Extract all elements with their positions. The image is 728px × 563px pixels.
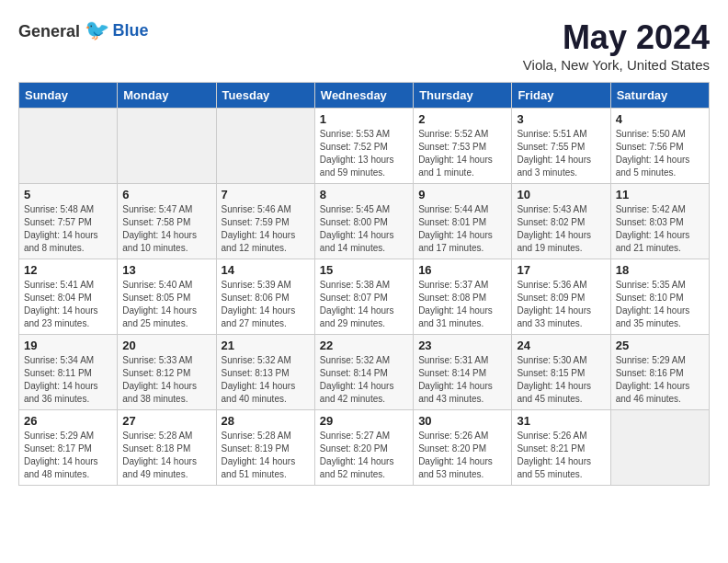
- day-info: Sunrise: 5:26 AM Sunset: 8:21 PM Dayligh…: [517, 430, 605, 481]
- day-number: 10: [517, 188, 605, 201]
- day-number: 9: [418, 188, 506, 201]
- day-number: 17: [517, 263, 605, 277]
- day-info: Sunrise: 5:47 AM Sunset: 7:58 PM Dayligh…: [122, 203, 210, 255]
- calendar-cell: 16Sunrise: 5:37 AM Sunset: 8:08 PM Dayli…: [414, 259, 512, 335]
- day-number: 31: [517, 414, 605, 428]
- calendar-cell: 18Sunrise: 5:35 AM Sunset: 8:10 PM Dayli…: [610, 259, 709, 335]
- day-number: 30: [418, 414, 506, 428]
- day-number: 16: [418, 263, 506, 277]
- calendar-cell: 23Sunrise: 5:31 AM Sunset: 8:14 PM Dayli…: [414, 335, 512, 410]
- calendar-cell: [19, 109, 118, 184]
- day-number: 18: [616, 263, 704, 277]
- day-info: Sunrise: 5:38 AM Sunset: 8:07 PM Dayligh…: [320, 279, 408, 330]
- calendar-cell: 2Sunrise: 5:52 AM Sunset: 7:53 PM Daylig…: [414, 109, 512, 184]
- day-number: 24: [517, 339, 605, 352]
- calendar-cell: 22Sunrise: 5:32 AM Sunset: 8:14 PM Dayli…: [314, 335, 413, 410]
- day-number: 11: [616, 188, 704, 201]
- calendar-cell: 8Sunrise: 5:45 AM Sunset: 8:00 PM Daylig…: [314, 184, 413, 259]
- day-number: 4: [616, 112, 704, 126]
- day-info: Sunrise: 5:35 AM Sunset: 8:10 PM Dayligh…: [616, 279, 704, 330]
- day-info: Sunrise: 5:36 AM Sunset: 8:09 PM Dayligh…: [517, 279, 605, 330]
- calendar-cell: 4Sunrise: 5:50 AM Sunset: 7:56 PM Daylig…: [610, 109, 709, 184]
- day-number: 7: [222, 188, 310, 201]
- calendar-cell: [216, 109, 314, 184]
- calendar-cell: 3Sunrise: 5:51 AM Sunset: 7:55 PM Daylig…: [512, 109, 610, 184]
- day-info: Sunrise: 5:48 AM Sunset: 7:57 PM Dayligh…: [24, 203, 112, 255]
- day-number: 27: [122, 414, 210, 428]
- week-row-4: 19Sunrise: 5:34 AM Sunset: 8:11 PM Dayli…: [19, 335, 710, 410]
- day-info: Sunrise: 5:41 AM Sunset: 8:04 PM Dayligh…: [24, 279, 112, 330]
- calendar-cell: 9Sunrise: 5:44 AM Sunset: 8:01 PM Daylig…: [414, 184, 512, 259]
- calendar-cell: 17Sunrise: 5:36 AM Sunset: 8:09 PM Dayli…: [512, 259, 610, 335]
- logo: General 🐦 Blue: [18, 18, 149, 42]
- day-number: 25: [616, 339, 704, 352]
- day-info: Sunrise: 5:26 AM Sunset: 8:20 PM Dayligh…: [418, 430, 506, 481]
- day-number: 29: [320, 414, 408, 428]
- week-row-5: 26Sunrise: 5:29 AM Sunset: 8:17 PM Dayli…: [19, 410, 710, 486]
- day-info: Sunrise: 5:32 AM Sunset: 8:14 PM Dayligh…: [320, 354, 408, 406]
- day-number: 19: [24, 339, 112, 352]
- calendar-cell: 1Sunrise: 5:53 AM Sunset: 7:52 PM Daylig…: [314, 109, 413, 184]
- day-info: Sunrise: 5:40 AM Sunset: 8:05 PM Dayligh…: [122, 279, 210, 330]
- day-info: Sunrise: 5:46 AM Sunset: 7:59 PM Dayligh…: [222, 203, 310, 255]
- day-number: 26: [24, 414, 112, 428]
- calendar-cell: 21Sunrise: 5:32 AM Sunset: 8:13 PM Dayli…: [216, 335, 314, 410]
- title-block: May 2024 Viola, New York, United States: [523, 18, 710, 73]
- calendar-subtitle: Viola, New York, United States: [523, 57, 710, 73]
- calendar-cell: 29Sunrise: 5:27 AM Sunset: 8:20 PM Dayli…: [314, 410, 413, 486]
- column-header-wednesday: Wednesday: [314, 83, 413, 109]
- calendar-cell: [118, 109, 216, 184]
- day-number: 8: [320, 188, 408, 201]
- day-number: 13: [122, 263, 210, 277]
- day-number: 15: [320, 263, 408, 277]
- calendar-cell: 12Sunrise: 5:41 AM Sunset: 8:04 PM Dayli…: [19, 259, 118, 335]
- day-number: 23: [418, 339, 506, 352]
- day-info: Sunrise: 5:45 AM Sunset: 8:00 PM Dayligh…: [320, 203, 408, 255]
- day-info: Sunrise: 5:28 AM Sunset: 8:18 PM Dayligh…: [122, 430, 210, 481]
- week-row-3: 12Sunrise: 5:41 AM Sunset: 8:04 PM Dayli…: [19, 259, 710, 335]
- day-info: Sunrise: 5:44 AM Sunset: 8:01 PM Dayligh…: [418, 203, 506, 255]
- day-info: Sunrise: 5:28 AM Sunset: 8:19 PM Dayligh…: [222, 430, 310, 481]
- column-header-saturday: Saturday: [610, 83, 709, 109]
- day-info: Sunrise: 5:29 AM Sunset: 8:16 PM Dayligh…: [616, 354, 704, 406]
- column-header-friday: Friday: [512, 83, 610, 109]
- column-header-monday: Monday: [118, 83, 216, 109]
- calendar-cell: 26Sunrise: 5:29 AM Sunset: 8:17 PM Dayli…: [19, 410, 118, 486]
- column-header-tuesday: Tuesday: [216, 83, 314, 109]
- day-info: Sunrise: 5:33 AM Sunset: 8:12 PM Dayligh…: [122, 354, 210, 406]
- calendar-cell: 25Sunrise: 5:29 AM Sunset: 8:16 PM Dayli…: [610, 335, 709, 410]
- calendar-cell: 15Sunrise: 5:38 AM Sunset: 8:07 PM Dayli…: [314, 259, 413, 335]
- calendar-cell: 20Sunrise: 5:33 AM Sunset: 8:12 PM Dayli…: [118, 335, 216, 410]
- day-number: 3: [517, 112, 605, 126]
- day-info: Sunrise: 5:42 AM Sunset: 8:03 PM Dayligh…: [616, 203, 704, 255]
- calendar-cell: 19Sunrise: 5:34 AM Sunset: 8:11 PM Dayli…: [19, 335, 118, 410]
- day-number: 5: [24, 188, 112, 201]
- day-info: Sunrise: 5:52 AM Sunset: 7:53 PM Dayligh…: [418, 128, 506, 179]
- calendar-cell: 24Sunrise: 5:30 AM Sunset: 8:15 PM Dayli…: [512, 335, 610, 410]
- day-info: Sunrise: 5:43 AM Sunset: 8:02 PM Dayligh…: [517, 203, 605, 255]
- calendar-title: May 2024: [523, 18, 710, 57]
- day-info: Sunrise: 5:34 AM Sunset: 8:11 PM Dayligh…: [24, 354, 112, 406]
- day-info: Sunrise: 5:32 AM Sunset: 8:13 PM Dayligh…: [222, 354, 310, 406]
- calendar-cell: 30Sunrise: 5:26 AM Sunset: 8:20 PM Dayli…: [414, 410, 512, 486]
- day-number: 6: [122, 188, 210, 201]
- day-info: Sunrise: 5:30 AM Sunset: 8:15 PM Dayligh…: [517, 354, 605, 406]
- calendar-cell: 31Sunrise: 5:26 AM Sunset: 8:21 PM Dayli…: [512, 410, 610, 486]
- day-info: Sunrise: 5:31 AM Sunset: 8:14 PM Dayligh…: [418, 354, 506, 406]
- day-number: 22: [320, 339, 408, 352]
- calendar-cell: 27Sunrise: 5:28 AM Sunset: 8:18 PM Dayli…: [118, 410, 216, 486]
- logo-general: General: [18, 22, 80, 40]
- calendar-cell: 5Sunrise: 5:48 AM Sunset: 7:57 PM Daylig…: [19, 184, 118, 259]
- calendar-cell: 10Sunrise: 5:43 AM Sunset: 8:02 PM Dayli…: [512, 184, 610, 259]
- week-row-2: 5Sunrise: 5:48 AM Sunset: 7:57 PM Daylig…: [19, 184, 710, 259]
- day-info: Sunrise: 5:37 AM Sunset: 8:08 PM Dayligh…: [418, 279, 506, 330]
- calendar-cell: [610, 410, 709, 486]
- week-row-1: 1Sunrise: 5:53 AM Sunset: 7:52 PM Daylig…: [19, 109, 710, 184]
- calendar-cell: 28Sunrise: 5:28 AM Sunset: 8:19 PM Dayli…: [216, 410, 314, 486]
- calendar-cell: 14Sunrise: 5:39 AM Sunset: 8:06 PM Dayli…: [216, 259, 314, 335]
- calendar-table: SundayMondayTuesdayWednesdayThursdayFrid…: [18, 82, 710, 486]
- day-info: Sunrise: 5:53 AM Sunset: 7:52 PM Dayligh…: [320, 128, 408, 179]
- day-info: Sunrise: 5:29 AM Sunset: 8:17 PM Dayligh…: [24, 430, 112, 481]
- day-number: 1: [320, 112, 408, 126]
- logo-bird-icon: 🐦: [85, 18, 109, 41]
